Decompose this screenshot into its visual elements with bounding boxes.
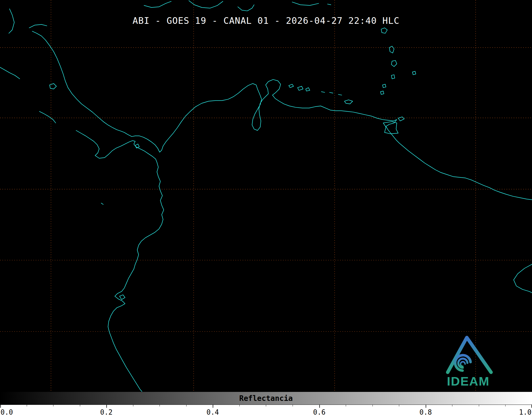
coastline-segment bbox=[32, 31, 532, 200]
colorbar-axis: 0.00.20.40.60.81.0 bbox=[0, 405, 532, 417]
coastline-segment bbox=[189, 1, 223, 8]
coastline-segment bbox=[391, 61, 397, 67]
image-title: ABI - GOES 19 - CANAL 01 - 2026-04-27 22… bbox=[0, 15, 532, 26]
coastline-segment bbox=[49, 84, 56, 89]
coastline-segment bbox=[380, 91, 384, 94]
colorbar-tick-minor bbox=[186, 405, 187, 406]
colorbar-tick-minor bbox=[372, 405, 373, 406]
colorbar-tick-major bbox=[0, 405, 1, 408]
colorbar-tick-label: 0.6 bbox=[313, 408, 326, 416]
colorbar-tick-minor bbox=[452, 405, 452, 406]
colorbar-tick-minor bbox=[133, 405, 133, 406]
coastline-segment bbox=[135, 144, 139, 148]
coastline-segment bbox=[412, 71, 416, 75]
coastline-segment bbox=[76, 130, 164, 392]
colorbar-tick-label: 0.4 bbox=[207, 408, 219, 416]
colorbar-tick-minor bbox=[505, 405, 506, 406]
coastline-segment bbox=[338, 94, 342, 95]
coastline-segment bbox=[389, 46, 394, 53]
colorbar-gradient: Reflectancia bbox=[0, 392, 532, 405]
map-area: ABI - GOES 19 - CANAL 01 - 2026-04-27 22… bbox=[0, 0, 532, 392]
ideam-logo-icon bbox=[440, 329, 497, 376]
coastline-segment bbox=[381, 28, 387, 33]
coastline-segment bbox=[298, 86, 303, 90]
satellite-image-viewport: ABI - GOES 19 - CANAL 01 - 2026-04-27 22… bbox=[0, 0, 532, 417]
ideam-logo: IDEAM bbox=[439, 329, 497, 391]
coastline-segment bbox=[514, 264, 532, 293]
colorbar-tick-minor bbox=[27, 405, 27, 406]
coastline-segment bbox=[289, 84, 294, 88]
coastline-segment bbox=[292, 2, 319, 6]
colorbar-label: Reflectancia bbox=[239, 394, 293, 403]
coastline-segment bbox=[330, 92, 333, 93]
colorbar-tick-minor bbox=[239, 405, 240, 406]
coastline-segment bbox=[328, 4, 331, 5]
coastline-segment bbox=[101, 203, 103, 204]
colorbar-tick-minor bbox=[80, 405, 80, 406]
coastline-segment bbox=[398, 117, 404, 121]
colorbar-tick-minor bbox=[293, 405, 293, 406]
colorbar-tick-minor bbox=[266, 405, 266, 406]
colorbar-tick-major bbox=[106, 405, 107, 408]
ideam-logo-text: IDEAM bbox=[439, 374, 497, 388]
colorbar-tick-minor bbox=[160, 405, 160, 406]
colorbar-tick-minor bbox=[479, 405, 479, 406]
colorbar-tick-label: 0.2 bbox=[100, 408, 113, 416]
coastline-segment bbox=[344, 100, 353, 104]
colorbar-tick-major bbox=[213, 405, 213, 408]
coastline-segment bbox=[391, 75, 395, 79]
colorbar-tick-minor bbox=[53, 405, 53, 406]
coastline-segment bbox=[383, 84, 386, 88]
coastline-segment bbox=[120, 295, 125, 300]
colorbar-tick-label: 0.8 bbox=[420, 408, 432, 416]
colorbar-tick-minor bbox=[346, 405, 346, 406]
coastline-segment bbox=[238, 5, 254, 11]
coastline-segment bbox=[0, 67, 20, 79]
coastline-segment bbox=[321, 92, 325, 93]
coastline-segment bbox=[144, 1, 171, 7]
coastline-segment bbox=[306, 88, 310, 91]
colorbar-tick-label: 1.0 bbox=[519, 408, 531, 416]
coastline-segment bbox=[383, 122, 398, 134]
colorbar-tick-label: 0.0 bbox=[1, 408, 13, 416]
colorbar-tick-minor bbox=[399, 405, 399, 406]
colorbar-tick-major bbox=[319, 405, 320, 408]
coastline-segment bbox=[39, 111, 56, 123]
colorbar-tick-major bbox=[426, 405, 426, 408]
